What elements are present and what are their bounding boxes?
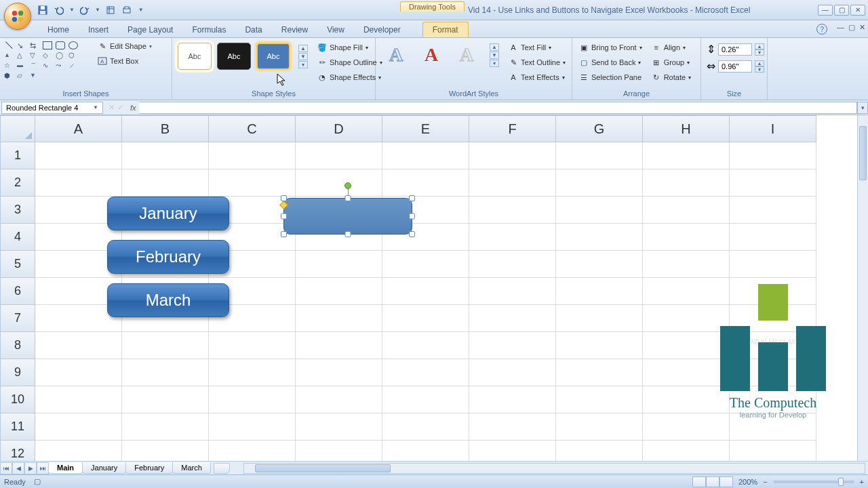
column-header[interactable]: F — [469, 115, 556, 142]
cell[interactable] — [469, 251, 556, 278]
cell[interactable] — [35, 413, 122, 441]
vertical-scrollbar[interactable] — [857, 115, 868, 461]
resize-handle-e[interactable] — [409, 214, 415, 220]
cell[interactable] — [730, 441, 816, 461]
horizontal-scrollbar[interactable] — [243, 463, 865, 474]
cell[interactable] — [122, 413, 209, 441]
row-header[interactable]: 4 — [0, 224, 35, 251]
rotate-button[interactable]: ↻Rotate▾ — [649, 71, 694, 83]
cell[interactable] — [730, 169, 816, 197]
column-header[interactable]: G — [556, 115, 643, 142]
row-header[interactable]: 6 — [0, 278, 35, 305]
qat-tool-icon[interactable] — [104, 4, 117, 16]
column-header[interactable]: C — [209, 115, 296, 142]
close-button[interactable]: ✕ — [850, 5, 865, 16]
cell[interactable] — [556, 224, 643, 251]
maximize-button[interactable]: ▢ — [834, 5, 849, 16]
resize-handle-n[interactable] — [345, 195, 351, 201]
cell[interactable] — [296, 142, 382, 169]
style-swatch-1[interactable]: Abc — [178, 43, 212, 70]
redo-icon[interactable] — [79, 4, 91, 16]
cell[interactable] — [209, 441, 296, 461]
cell[interactable] — [469, 169, 556, 197]
tab-home[interactable]: Home — [38, 22, 79, 37]
text-fill-button[interactable]: AText Fill▾ — [506, 41, 568, 54]
cell[interactable] — [556, 332, 643, 359]
cell[interactable] — [643, 224, 730, 251]
cell[interactable] — [35, 386, 122, 413]
cell[interactable] — [296, 413, 382, 441]
cell[interactable] — [556, 197, 643, 224]
fx-icon[interactable]: fx — [127, 104, 139, 112]
cell[interactable] — [643, 441, 730, 461]
cell[interactable] — [730, 142, 816, 169]
tab-page-layout[interactable]: Page Layout — [118, 22, 182, 37]
cell[interactable] — [556, 278, 643, 305]
resize-handle-w[interactable] — [281, 214, 287, 220]
align-button[interactable]: ≡Align▾ — [649, 41, 694, 54]
enter-formula-icon[interactable]: ✓ — [117, 103, 123, 112]
sheet-tab-january[interactable]: January — [82, 462, 126, 474]
undo-icon[interactable] — [53, 4, 65, 16]
sheet-tab-main[interactable]: Main — [48, 462, 83, 474]
cell[interactable] — [296, 386, 382, 413]
row-header[interactable]: 10 — [0, 386, 35, 413]
row-header[interactable]: 2 — [0, 169, 35, 197]
column-header[interactable]: B — [122, 115, 209, 142]
row-header[interactable]: 1 — [0, 142, 35, 169]
macro-record-icon[interactable]: ▢ — [34, 477, 41, 486]
selection-pane-button[interactable]: ☰Selection Pane — [576, 71, 645, 83]
wordart-3[interactable]: A — [452, 43, 481, 67]
cell[interactable] — [556, 441, 643, 461]
shape-effects-button[interactable]: ◔Shape Effects▾ — [315, 71, 385, 83]
cell[interactable] — [296, 278, 382, 305]
cell[interactable] — [35, 332, 122, 359]
cell[interactable] — [122, 332, 209, 359]
cell[interactable] — [469, 142, 556, 169]
cell[interactable] — [382, 142, 469, 169]
row-header[interactable]: 8 — [0, 332, 35, 359]
cell[interactable] — [296, 441, 382, 461]
cell[interactable] — [209, 332, 296, 359]
mdi-close[interactable]: ✕ — [859, 23, 865, 32]
cell[interactable] — [382, 359, 469, 386]
zoom-slider[interactable] — [773, 481, 854, 483]
cell[interactable] — [469, 197, 556, 224]
formula-bar-expand[interactable]: ▾ — [857, 102, 868, 114]
cell[interactable] — [730, 197, 816, 224]
mdi-restore[interactable]: ▢ — [848, 23, 855, 32]
cell[interactable] — [122, 142, 209, 169]
cell[interactable] — [556, 142, 643, 169]
cell[interactable] — [556, 305, 643, 332]
cell[interactable] — [556, 251, 643, 278]
cell[interactable] — [382, 169, 469, 197]
cell[interactable] — [556, 413, 643, 441]
cell[interactable] — [296, 332, 382, 359]
cell[interactable] — [209, 359, 296, 386]
cell[interactable] — [35, 142, 122, 169]
row-header[interactable]: 5 — [0, 251, 35, 278]
cell[interactable] — [730, 251, 816, 278]
cell[interactable] — [643, 251, 730, 278]
shape-height-input[interactable] — [718, 43, 752, 56]
cell[interactable] — [209, 386, 296, 413]
sheet-nav-next[interactable]: ▶ — [24, 462, 37, 474]
bring-to-front-button[interactable]: ▣Bring to Front▾ — [576, 41, 645, 54]
new-sheet-button[interactable] — [214, 463, 230, 474]
cell[interactable] — [122, 386, 209, 413]
sheet-nav-last[interactable]: ⏭ — [37, 462, 49, 474]
cell[interactable] — [35, 169, 122, 197]
cell[interactable] — [643, 169, 730, 197]
shape-outline-button[interactable]: ✏Shape Outline▾ — [315, 56, 385, 68]
cell[interactable] — [469, 305, 556, 332]
resize-handle-nw[interactable] — [281, 195, 287, 201]
tab-review[interactable]: Review — [272, 22, 317, 37]
cell[interactable] — [469, 413, 556, 441]
cell[interactable] — [296, 251, 382, 278]
cell[interactable] — [643, 278, 730, 305]
cell[interactable] — [296, 169, 382, 197]
row-header[interactable]: 11 — [0, 413, 35, 441]
zoom-out-button[interactable]: − — [763, 478, 767, 486]
zoom-in-button[interactable]: + — [860, 478, 864, 486]
text-effects-button[interactable]: AText Effects▾ — [506, 71, 568, 83]
